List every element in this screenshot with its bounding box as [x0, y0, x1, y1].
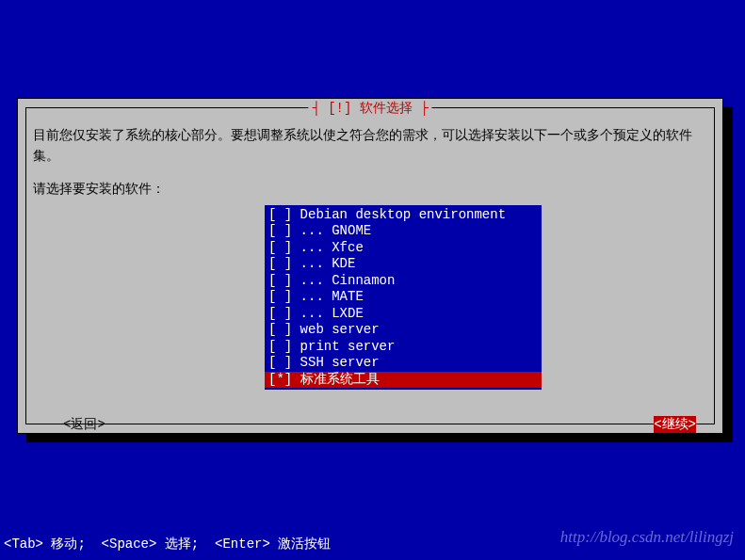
dialog-content: 目前您仅安装了系统的核心部分。要想调整系统以使之符合您的需求，可以选择安装以下一…: [33, 125, 707, 390]
software-list[interactable]: [ ] Debian desktop environment[ ] ... GN…: [265, 205, 542, 391]
list-item[interactable]: [ ] Debian desktop environment: [265, 207, 542, 224]
list-item[interactable]: [ ] SSH server: [265, 355, 542, 372]
software-selection-dialog: ┤ [!] 软件选择 ├ 目前您仅安装了系统的核心部分。要想调整系统以使之符合您…: [17, 98, 723, 434]
prompt-text: 请选择要安装的软件：: [33, 181, 707, 198]
watermark: http://blog.csdn.net/lilingzj: [560, 528, 734, 547]
intro-text: 目前您仅安装了系统的核心部分。要想调整系统以使之符合您的需求，可以选择安装以下一…: [33, 125, 707, 168]
list-item[interactable]: [ ] ... MATE: [265, 289, 542, 306]
continue-button[interactable]: <继续>: [654, 416, 696, 433]
status-bar: <Tab> 移动; <Space> 选择; <Enter> 激活按钮: [4, 536, 331, 552]
list-item[interactable]: [ ] print server: [265, 339, 542, 356]
list-item[interactable]: [ ] ... KDE: [265, 256, 542, 273]
list-item[interactable]: [*] 标准系统工具: [265, 372, 542, 389]
list-item[interactable]: [ ] ... Xfce: [265, 240, 542, 257]
back-button[interactable]: <返回>: [63, 416, 105, 433]
list-item[interactable]: [ ] web server: [265, 322, 542, 339]
list-item[interactable]: [ ] ... Cinnamon: [265, 273, 542, 290]
dialog-title: ┤ [!] 软件选择 ├: [308, 100, 431, 117]
list-item[interactable]: [ ] ... GNOME: [265, 223, 542, 240]
list-item[interactable]: [ ] ... LXDE: [265, 306, 542, 323]
